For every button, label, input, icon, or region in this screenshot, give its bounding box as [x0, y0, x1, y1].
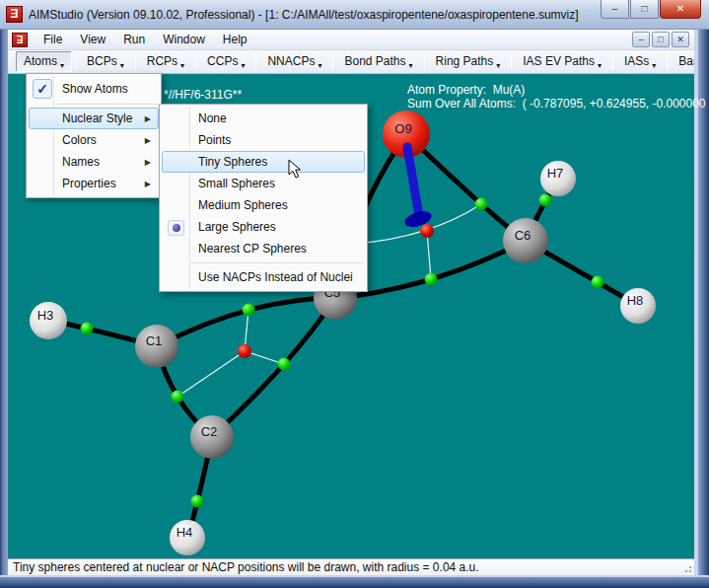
menu-separator: [57, 104, 158, 105]
menu-item-label: Show Atoms: [62, 82, 128, 96]
toolbar-separator: [332, 53, 333, 70]
toolbar-button-nnacps[interactable]: NNACPs▾: [259, 51, 329, 72]
status-bar: Tiny spheres centered at nuclear or NACP…: [8, 558, 694, 575]
bond-critical-point[interactable]: [191, 495, 204, 508]
toolbar-separator: [424, 53, 425, 70]
menu-item-show-atoms[interactable]: ✓Show Atoms: [29, 77, 159, 101]
toolbar-button-label: CCPs: [207, 54, 238, 68]
menu-item-label: Tiny Spheres: [198, 155, 267, 169]
menu-item-points[interactable]: Points: [162, 129, 365, 151]
toolbar-button-ccps[interactable]: CCPs▾: [199, 51, 252, 72]
menu-item-label: Nearest CP Spheres: [198, 242, 307, 256]
dropdown-arrow-icon: ▾: [598, 61, 602, 70]
dropdown-arrow-icon: ▾: [120, 61, 124, 70]
menu-item-label: Small Spheres: [198, 177, 275, 190]
ring-critical-point[interactable]: [238, 344, 251, 358]
atoms-menu: ✓Show AtomsNuclear Style▶Colors▶Names▶Pr…: [26, 73, 162, 198]
sum-over-atoms-text: Sum Over All Atoms: ( -0.787095, +0.6249…: [407, 97, 709, 110]
menubar-item-run[interactable]: Run: [114, 31, 154, 48]
bond-critical-point[interactable]: [475, 198, 488, 211]
dropdown-arrow-icon: ▾: [180, 61, 184, 70]
app-icon: Ǝ: [6, 6, 23, 23]
toolbar-button-label: Bond Paths: [344, 54, 405, 68]
bond-critical-point[interactable]: [539, 194, 552, 207]
toolbar-button-label: NNACPs: [267, 54, 315, 68]
atom-label-O9: O9: [394, 121, 411, 136]
menu-item-none[interactable]: None: [162, 108, 365, 129]
atom-label-C1: C1: [146, 333, 163, 348]
menubar-item-help[interactable]: Help: [214, 31, 256, 48]
menu-item-tiny-spheres[interactable]: Tiny Spheres: [162, 151, 365, 173]
dipole-vector-shaft: [407, 147, 418, 210]
menubar-item-file[interactable]: File: [35, 31, 71, 48]
bond-critical-point[interactable]: [172, 391, 184, 404]
bond-critical-point[interactable]: [81, 323, 94, 335]
ring-critical-point[interactable]: [420, 224, 434, 238]
window-frame-bottom: [0, 575, 709, 588]
mdi-close-button[interactable]: ✕: [672, 32, 689, 47]
menubar-item-window[interactable]: Window: [154, 31, 214, 48]
menubar-item-view[interactable]: View: [71, 31, 114, 48]
ring-path-line: [177, 351, 245, 397]
checkmark-icon: ✓: [33, 79, 52, 99]
submenu-arrow-icon: ▶: [145, 114, 151, 123]
menu-item-nearest-cp-spheres[interactable]: Nearest CP Spheres: [162, 238, 365, 259]
menu-item-label: Colors: [62, 133, 97, 147]
toolbar-separator: [667, 53, 668, 70]
bond-critical-point[interactable]: [592, 276, 604, 289]
menu-item-large-spheres[interactable]: Large Spheres: [162, 216, 365, 238]
app-window: Ǝ AIMStudio (Version 09.10.02, Professio…: [0, 0, 709, 588]
submenu-arrow-icon: ▶: [145, 136, 151, 145]
resize-grip[interactable]: [682, 563, 691, 572]
toolbar-button-bond-paths[interactable]: Bond Paths▾: [336, 51, 420, 72]
menu-item-label: Use NACPs Instead of Nuclei: [198, 270, 353, 284]
toolbar-button-bcps[interactable]: BCPs▾: [79, 51, 132, 72]
title-bar[interactable]: Ǝ AIMStudio (Version 09.10.02, Professio…: [0, 0, 709, 30]
dropdown-arrow-icon: ▾: [409, 61, 413, 70]
toolbar-button-iass[interactable]: IASs▾: [616, 51, 664, 72]
bond-critical-point[interactable]: [278, 358, 291, 371]
minimize-button[interactable]: –: [601, 0, 629, 19]
toolbar-button-label: IAS EV Paths: [523, 54, 595, 68]
mdi-restore-button[interactable]: □: [652, 32, 670, 47]
atom-label-H7: H7: [547, 166, 564, 181]
close-button[interactable]: ✕: [660, 0, 701, 19]
maximize-button[interactable]: □: [630, 0, 659, 19]
dropdown-arrow-icon: ▾: [60, 61, 64, 70]
bond-critical-point[interactable]: [425, 273, 438, 286]
menu-item-small-spheres[interactable]: Small Spheres: [162, 173, 365, 194]
dropdown-arrow-icon: ▾: [318, 61, 321, 70]
menu-item-nuclear-style[interactable]: Nuclear Style▶: [29, 108, 159, 129]
menu-item-label: Properties: [62, 177, 116, 190]
menu-item-properties[interactable]: Properties▶: [29, 173, 159, 194]
toolbar-separator: [255, 53, 256, 70]
menu-item-use-nacps-instead-of-nuclei[interactable]: Use NACPs Instead of Nuclei: [162, 266, 365, 288]
menu-bar: Ǝ FileViewRunWindowHelp – □ ✕: [8, 30, 694, 50]
menu-item-label: Medium Spheres: [198, 198, 288, 212]
menu-item-medium-spheres[interactable]: Medium Spheres: [162, 194, 365, 216]
dropdown-arrow-icon: ▾: [652, 61, 656, 70]
toolbar-button-label: BCPs: [87, 54, 117, 68]
document-icon[interactable]: Ǝ: [12, 33, 28, 47]
submenu-arrow-icon: ▶: [145, 180, 151, 188]
toolbar-button-label: Atoms: [24, 54, 57, 68]
toolbar-button-atoms[interactable]: Atoms▾: [16, 51, 72, 72]
menu-item-names[interactable]: Names▶: [29, 151, 159, 173]
bond-critical-point[interactable]: [243, 304, 255, 317]
toolbar-button-ias-ev-paths[interactable]: IAS EV Paths▾: [515, 51, 609, 72]
mdi-minimize-button[interactable]: –: [632, 32, 650, 47]
ring-path-line: [427, 231, 431, 279]
radio-selected-icon: [168, 220, 184, 236]
menu-item-colors[interactable]: Colors▶: [29, 129, 159, 151]
toolbar-button-label: IASs: [624, 54, 649, 68]
menu-separator: [190, 262, 364, 263]
toolbar-button-rcps[interactable]: RCPs▾: [139, 51, 192, 72]
atom-label-C2: C2: [201, 424, 218, 439]
dropdown-arrow-icon: ▾: [241, 61, 245, 70]
menu-item-label: Nuclear Style: [62, 111, 132, 125]
atom-property-text: Atom Property: Mu(A): [407, 83, 525, 97]
atom-label-H4: H4: [177, 525, 193, 540]
toolbar-button-ring-paths[interactable]: Ring Paths▾: [428, 51, 509, 72]
toolbar-button-label: Ring Paths: [436, 54, 494, 68]
nuclear-style-submenu: NonePointsTiny SpheresSmall SpheresMediu…: [159, 104, 368, 292]
